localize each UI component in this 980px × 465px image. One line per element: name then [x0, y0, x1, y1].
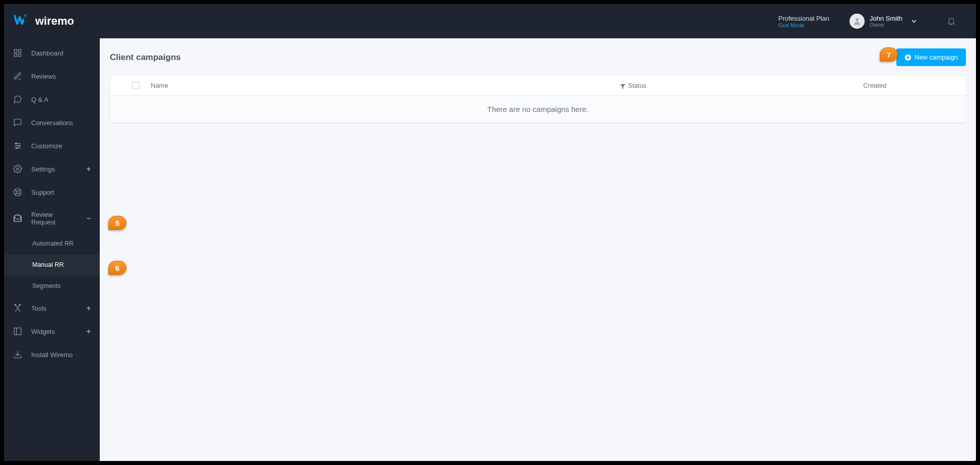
sidebar-item-review-request[interactable]: Review Request − [4, 204, 100, 233]
plan-info[interactable]: Professional Plan God Mode [778, 15, 829, 28]
empty-state: There are no campaigns here. [110, 96, 965, 123]
svg-line-16 [19, 190, 20, 191]
campaigns-table: Name Status Created There are no campaig… [110, 75, 966, 124]
sliders-icon [13, 141, 22, 150]
sidebar-label: Q & A [31, 96, 48, 103]
bell-icon [947, 17, 956, 26]
notifications-button[interactable] [937, 17, 966, 26]
svg-rect-1 [14, 49, 17, 52]
sidebar-item-segments[interactable]: Segments [4, 275, 100, 297]
reviews-icon [13, 72, 22, 81]
chevron-down-icon [911, 17, 917, 26]
sidebar-item-reviews[interactable]: Reviews [4, 65, 100, 88]
select-all-checkbox[interactable] [132, 82, 140, 89]
mail-icon [13, 214, 22, 223]
sidebar-label: Dashboard [31, 49, 63, 57]
chat-icon [13, 118, 22, 127]
svg-line-14 [15, 190, 17, 191]
gear-icon [13, 164, 22, 173]
speech-icon [13, 95, 22, 104]
wiremo-logo-icon [14, 14, 29, 29]
topbar: wiremo Professional Plan God Mode John S… [4, 4, 976, 38]
dashboard-icon [13, 48, 22, 57]
expand-plus-icon: + [87, 304, 91, 312]
sidebar-label: Automated RR [32, 240, 74, 247]
svg-point-11 [17, 168, 19, 170]
sidebar-label: Review Request [31, 211, 78, 226]
sidebar-item-qa[interactable]: Q & A [4, 88, 100, 111]
sidebar-label: Tools [31, 305, 46, 312]
sidebar-label: Customize [31, 142, 62, 150]
svg-rect-20 [14, 328, 21, 335]
widgets-icon [13, 327, 22, 336]
tools-icon [13, 304, 22, 313]
user-role: Owner [870, 22, 902, 28]
sidebar-item-customize[interactable]: Customize [4, 134, 100, 157]
sidebar-label: Reviews [31, 73, 56, 80]
sidebar-item-conversations[interactable]: Conversations [4, 111, 100, 134]
svg-rect-3 [14, 54, 17, 56]
sidebar-label: Install Wiremo [31, 351, 73, 359]
plan-name: Professional Plan [778, 15, 829, 22]
button-label: New campaign [914, 53, 958, 61]
table-header: Name Status Created [110, 76, 965, 96]
brand-name: wiremo [35, 15, 74, 28]
svg-point-0 [856, 18, 859, 21]
sidebar-item-install[interactable]: Install Wiremo [4, 343, 100, 366]
user-menu[interactable]: John Smith Owner [850, 14, 917, 29]
column-created[interactable]: Created [795, 82, 955, 89]
svg-line-15 [19, 193, 20, 195]
main-content: Client campaigns New campaign Name [100, 38, 976, 461]
svg-point-13 [16, 191, 19, 194]
sidebar-item-automated-rr[interactable]: Automated RR [4, 233, 100, 254]
god-mode-label: God Mode [778, 22, 829, 28]
sidebar-label: Segments [32, 282, 60, 289]
sidebar-label: Settings [31, 165, 55, 173]
user-name: John Smith [870, 15, 902, 22]
annotation-callout-5: 5 [108, 216, 126, 230]
collapse-minus-icon: − [87, 214, 91, 222]
sidebar-label: Widgets [31, 328, 55, 335]
sidebar-item-manual-rr[interactable]: Manual RR [4, 254, 100, 275]
avatar [850, 14, 865, 29]
sidebar-item-dashboard[interactable]: Dashboard [4, 41, 100, 65]
svg-rect-2 [19, 49, 21, 52]
sidebar-item-settings[interactable]: Settings + [4, 157, 100, 181]
sidebar-label: Manual RR [32, 261, 64, 268]
support-icon [13, 188, 22, 197]
expand-plus-icon: + [87, 327, 91, 335]
page-title: Client campaigns [110, 52, 181, 63]
sidebar: Dashboard Reviews Q & A Conversations [4, 38, 100, 461]
svg-line-17 [15, 193, 17, 195]
sidebar-item-widgets[interactable]: Widgets + [4, 320, 100, 343]
sidebar-label: Conversations [31, 119, 73, 127]
sidebar-label: Support [31, 189, 54, 196]
filter-icon [620, 83, 625, 88]
download-icon [13, 350, 22, 359]
plus-circle-icon [904, 54, 911, 61]
annotation-callout-6: 6 [108, 261, 126, 275]
new-campaign-button[interactable]: New campaign [896, 48, 966, 66]
expand-plus-icon: + [87, 165, 91, 173]
sidebar-item-tools[interactable]: Tools + [4, 297, 100, 320]
column-status[interactable]: Status [473, 82, 795, 89]
svg-rect-4 [19, 54, 21, 56]
logo-section[interactable]: wiremo [14, 14, 74, 29]
sidebar-item-support[interactable]: Support [4, 181, 100, 204]
column-name[interactable]: Name [151, 82, 473, 89]
annotation-callout-7: 7 [880, 47, 898, 62]
